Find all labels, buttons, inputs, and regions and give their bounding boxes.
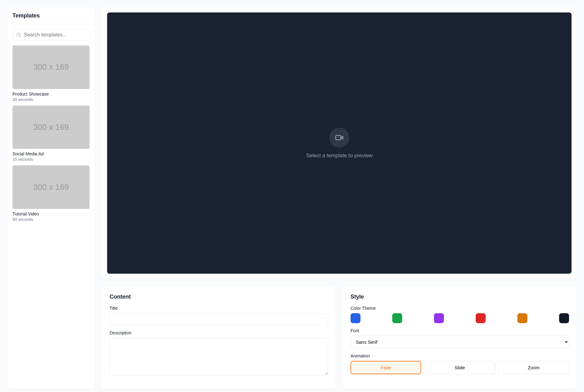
svg-rect-2 xyxy=(336,135,341,140)
color-swatches xyxy=(351,313,569,323)
color-swatch-green[interactable] xyxy=(392,313,402,323)
preview-card: Select a template to preview xyxy=(102,7,577,279)
template-title: Social Media Ad xyxy=(12,151,90,156)
template-thumbnail: 300 x 169 xyxy=(12,45,90,89)
animation-buttons: Fade Slide Zoom xyxy=(351,361,569,374)
content-heading: Content xyxy=(110,294,328,300)
title-label: Title xyxy=(110,306,328,311)
title-input[interactable] xyxy=(110,313,328,325)
template-duration: 30 seconds xyxy=(12,97,90,102)
color-swatch-navy[interactable] xyxy=(559,313,569,323)
style-heading: Style xyxy=(351,294,569,300)
template-product-showcase[interactable]: 300 x 169 Product Showcase 30 seconds xyxy=(12,45,90,102)
animation-slide-button[interactable]: Slide xyxy=(424,361,495,374)
animation-fade-button[interactable]: Fade xyxy=(351,361,421,374)
search-icon xyxy=(16,32,21,37)
color-swatch-red[interactable] xyxy=(476,313,486,323)
template-duration: 15 seconds xyxy=(12,157,90,162)
template-tutorial-video[interactable]: 300 x 169 Tutorial Video 60 seconds xyxy=(12,165,90,222)
templates-sidebar: Templates 300 x 169 Product Showcase 30 … xyxy=(7,7,95,389)
svg-line-1 xyxy=(20,36,21,37)
color-swatch-blue[interactable] xyxy=(351,313,360,323)
content-panel: Content Title Description xyxy=(102,286,336,389)
video-icon xyxy=(335,133,344,142)
description-label: Description xyxy=(110,330,328,335)
template-social-media-ad[interactable]: 300 x 169 Social Media Ad 15 seconds xyxy=(12,106,90,162)
sidebar-header: Templates xyxy=(7,7,95,24)
search-input[interactable] xyxy=(12,29,90,40)
color-swatch-amber[interactable] xyxy=(517,313,527,323)
template-thumbnail: 300 x 169 xyxy=(12,165,90,209)
description-input[interactable] xyxy=(110,338,328,375)
color-swatch-purple[interactable] xyxy=(434,313,444,323)
animation-zoom-button[interactable]: Zoom xyxy=(498,361,569,374)
template-title: Product Showcase xyxy=(12,92,90,97)
template-title: Tutorial Video xyxy=(12,211,90,216)
preview-area: Select a template to preview xyxy=(107,12,572,274)
preview-icon-circle xyxy=(329,128,349,148)
style-panel: Style Color Theme Font Sans Se xyxy=(343,286,577,389)
animation-label: Animation xyxy=(351,353,569,358)
preview-empty-message: Select a template to preview xyxy=(306,153,373,159)
template-list: 300 x 169 Product Showcase 30 seconds 30… xyxy=(12,45,90,222)
font-label: Font xyxy=(351,328,569,333)
font-select[interactable]: Sans Serif xyxy=(351,336,569,348)
template-thumbnail: 300 x 169 xyxy=(12,106,90,149)
color-theme-label: Color Theme xyxy=(351,306,569,311)
template-duration: 60 seconds xyxy=(12,217,90,222)
sidebar-title: Templates xyxy=(12,12,90,19)
